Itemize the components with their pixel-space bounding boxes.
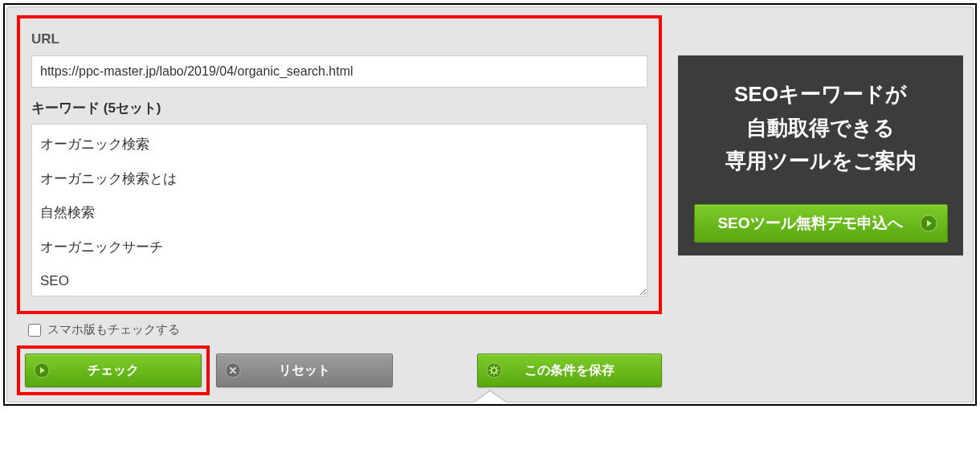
play-circle-icon (34, 362, 50, 378)
promo-line-3: 専用ツールをご案内 (689, 145, 952, 178)
check-button[interactable]: チェック (25, 354, 202, 387)
reset-button[interactable]: リセット (216, 354, 393, 387)
svg-line-12 (496, 367, 497, 368)
arrow-circle-icon (920, 215, 937, 232)
promo-box: SEOキーワードが 自動取得できる 専用ツールをご案内 SEOツール無料デモ申込… (678, 55, 963, 255)
promo-line-1: SEOキーワードが (689, 78, 952, 112)
main-panel: URL キーワード (5セット) スマホ版もチェックする チェック (6, 6, 974, 403)
promo-pane: SEOキーワードが 自動取得できる 専用ツールをご案内 SEOツール無料デモ申込… (678, 15, 963, 395)
svg-line-10 (496, 373, 497, 374)
button-row: チェック リセット この条件を保存 (17, 345, 662, 395)
promo-line-2: 自動取得できる (689, 112, 952, 145)
form-pane: URL キーワード (5セット) スマホ版もチェックする チェック (17, 15, 662, 395)
promo-cta-label: SEOツール無料デモ申込へ (717, 213, 902, 234)
svg-line-11 (491, 373, 492, 374)
svg-point-3 (487, 363, 501, 378)
window-frame: URL キーワード (5セット) スマホ版もチェックする チェック (3, 3, 977, 406)
reset-button-label: リセット (279, 362, 330, 379)
svg-line-9 (491, 367, 492, 368)
smartphone-checkbox-label: スマホ版もチェックする (47, 322, 180, 337)
check-button-label: チェック (88, 362, 139, 379)
promo-cta-button[interactable]: SEOツール無料デモ申込へ (694, 204, 948, 243)
panel-notch (474, 391, 506, 403)
promo-text: SEOキーワードが 自動取得できる 専用ツールをご案内 (689, 78, 952, 178)
save-condition-button[interactable]: この条件を保存 (477, 354, 662, 387)
url-label: URL (31, 31, 647, 47)
keywords-label: キーワード (5セット) (31, 99, 647, 117)
form-highlight-box: URL キーワード (5セット) (17, 15, 662, 314)
close-circle-icon (225, 362, 241, 378)
gear-icon (486, 362, 502, 378)
check-button-highlight: チェック (17, 345, 210, 395)
smartphone-check-row: スマホ版もチェックする (28, 322, 662, 337)
save-button-label: この条件を保存 (525, 362, 615, 379)
url-input[interactable] (31, 55, 647, 88)
keywords-textarea[interactable] (31, 124, 647, 296)
smartphone-checkbox[interactable] (28, 324, 41, 337)
